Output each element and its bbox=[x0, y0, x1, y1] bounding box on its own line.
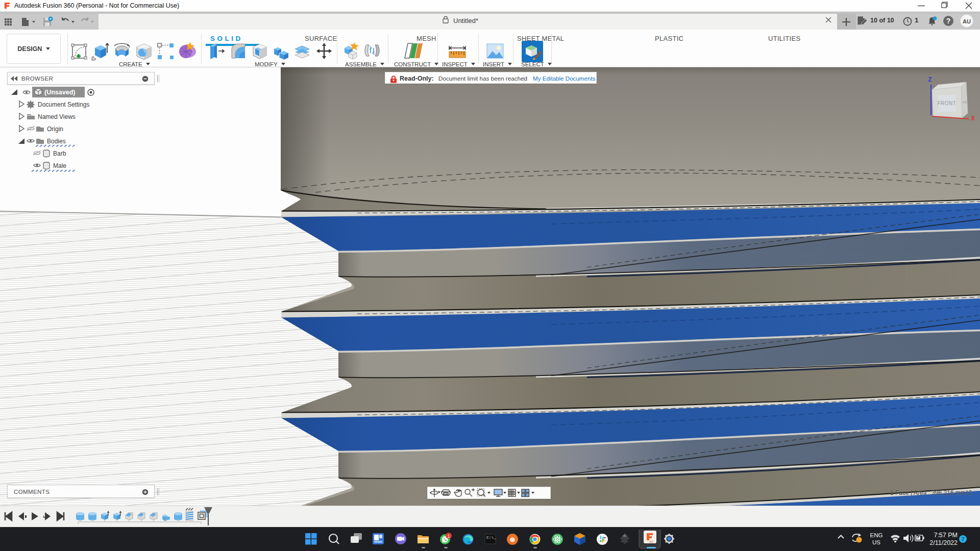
svg-text:⊗: ⊗ bbox=[510, 536, 516, 543]
svg-text:X: X bbox=[971, 115, 975, 122]
svg-text:Bodies: Bodies bbox=[47, 138, 66, 145]
svg-text:FRONT: FRONT bbox=[938, 101, 957, 106]
svg-text:Male: Male bbox=[53, 162, 66, 169]
svg-text:Barb: Barb bbox=[53, 150, 66, 157]
svg-text:IN: IN bbox=[963, 100, 967, 105]
svg-text:US: US bbox=[872, 539, 880, 545]
svg-text:Named Views: Named Views bbox=[38, 113, 76, 120]
svg-text:(Unsaved): (Unsaved) bbox=[44, 89, 75, 96]
svg-text:Document Settings: Document Settings bbox=[38, 101, 89, 108]
svg-text:ENG: ENG bbox=[870, 532, 883, 538]
svg-text:360: 360 bbox=[649, 540, 654, 543]
svg-text:Origin: Origin bbox=[47, 126, 63, 133]
svg-text:1: 1 bbox=[447, 534, 450, 539]
svg-text:C:\_: C:\_ bbox=[486, 535, 496, 540]
svg-text:Z: Z bbox=[928, 76, 932, 83]
